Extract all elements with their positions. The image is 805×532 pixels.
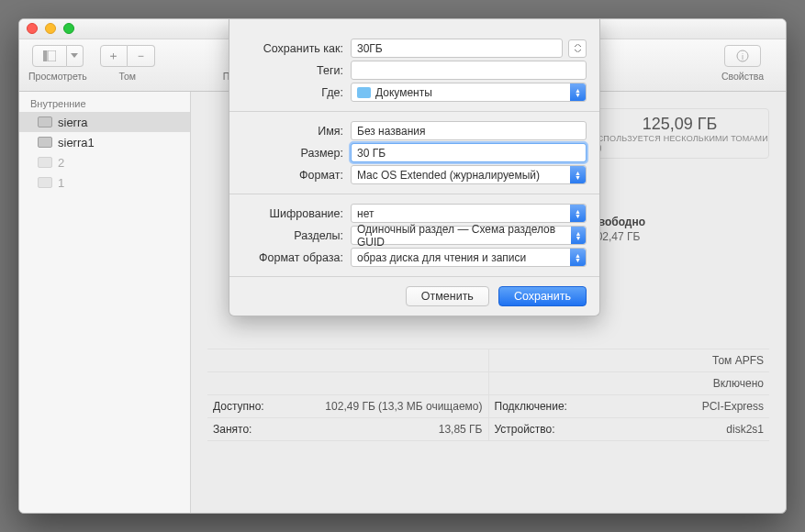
size-label: Размер: [242,147,351,160]
cancel-button[interactable]: Отменить [406,286,489,306]
folder-icon [357,87,371,98]
details-grid: Том APFS Включено Доступно:102,49 ГБ (13… [207,349,769,441]
name-label: Имя: [242,125,351,138]
format-select[interactable]: Mac OS Extended (журналируемый)▲▼ [351,165,587,184]
tags-input[interactable] [351,61,587,80]
used-value: 13,85 ГБ [439,423,483,436]
chevron-updown-icon: ▲▼ [571,227,586,244]
sidebar-header: Внутренние [19,95,190,112]
traffic-lights [27,23,74,34]
used-label: Занято: [213,423,252,436]
imageformat-select[interactable]: образ диска для чтения и записи▲▼ [351,248,587,267]
capacity-note: ИСПОЛЬЗУЕТСЯ НЕСКОЛЬКИМИ ТОМАМИ (4) [591,134,768,152]
encrypt-label: Шифрование: [242,207,351,220]
name-input[interactable] [351,121,587,140]
capacity-value: 125,09 ГБ [643,115,718,134]
device-label: Устройство: [495,423,555,436]
size-input[interactable] [351,143,587,162]
free-block: Свободно 102,47 ГБ [590,216,769,243]
sidebar: Внутренние sierra sierra1 2 1 [19,92,191,513]
save-sheet: Сохранить как: Теги: Где: Документы ▲▼ И… [229,19,600,316]
connection-label: Подключение: [495,400,567,413]
svg-rect-1 [48,50,56,61]
svg-rect-0 [43,50,47,61]
view-button[interactable] [32,45,67,67]
maximize-icon[interactable] [63,23,74,34]
svg-text:i: i [742,52,744,61]
expand-button[interactable] [568,39,587,58]
save-button[interactable]: Сохранить [498,286,587,306]
volume-type: Том APFS [712,354,764,367]
partition-select[interactable]: Одиночный раздел — Схема разделов GUID▲▼ [351,226,587,245]
close-icon[interactable] [27,23,38,34]
free-label: Свободно [590,216,769,228]
available-label: Доступно: [213,400,264,413]
encrypt-select[interactable]: нет▲▼ [351,204,587,223]
partition-label: Разделы: [242,229,351,242]
available-value: 102,49 ГБ (13,3 МБ очищаемо) [325,400,482,413]
capacity-card: 125,09 ГБ ИСПОЛЬЗУЕТСЯ НЕСКОЛЬКИМИ ТОМАМ… [590,108,769,159]
disk-utility-window: Дисковая утилита Просмотреть ＋ － Том Пер… [18,18,787,514]
disk-icon [38,177,52,188]
info-label: Свойства [721,71,764,82]
disk-icon [38,137,52,148]
disk-icon [38,116,52,127]
chevron-updown-icon: ▲▼ [570,205,586,222]
chevron-updown-icon: ▲▼ [570,83,586,101]
format-label: Формат: [242,169,351,182]
disk-icon [38,157,52,168]
volume-add-button[interactable]: ＋ [100,45,128,67]
sidebar-item-2[interactable]: 2 [19,152,190,172]
where-label: Где: [242,86,351,99]
saveas-input[interactable] [351,39,563,58]
view-dropdown[interactable] [67,45,84,67]
status-value: Включено [713,377,764,390]
device-value: disk2s1 [726,423,764,436]
volume-remove-button[interactable]: － [128,45,155,67]
imageformat-label: Формат образа: [242,251,351,264]
sidebar-item-1[interactable]: 1 [19,172,190,193]
info-button[interactable]: i [724,45,761,67]
free-value: 102,47 ГБ [590,230,769,243]
saveas-label: Сохранить как: [242,42,351,55]
minimize-icon[interactable] [45,23,56,34]
tags-label: Теги: [242,64,351,77]
where-select[interactable]: Документы ▲▼ [351,83,587,102]
sidebar-item-sierra[interactable]: sierra [19,112,190,132]
connection-value: PCI-Express [702,400,764,413]
volume-label: Том [118,71,136,82]
chevron-updown-icon: ▲▼ [570,249,586,266]
chevron-updown-icon: ▲▼ [570,166,586,183]
view-label: Просмотреть [28,71,87,82]
sidebar-item-sierra1[interactable]: sierra1 [19,132,190,152]
